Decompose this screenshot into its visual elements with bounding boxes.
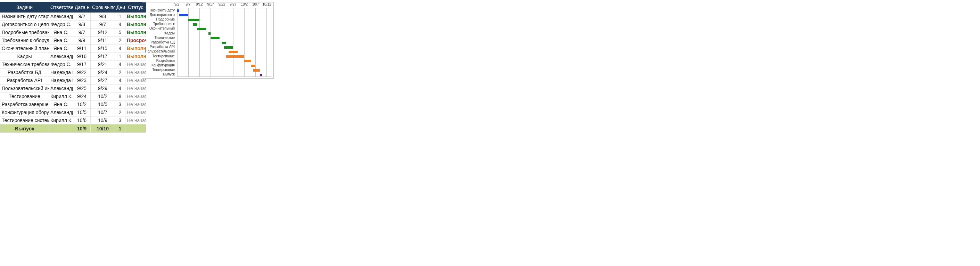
header-owner: Ответственное лицо [49,2,73,13]
cell-start: 10/9 [73,124,91,133]
gantt-bar [251,65,255,67]
cell-start: 9/23 [73,76,91,84]
cell-owner [49,124,73,133]
cell-end: 10/2 [91,92,115,100]
cell-task: Разработка БД [0,68,49,76]
gantt-bar [188,19,199,21]
cell-days: 4 [115,61,126,68]
cell-owner: Александр Б. [49,108,73,116]
cell-task: Выпуск [0,124,49,133]
cell-start: 9/11 [73,45,91,53]
gantt-tick: 10/2 [241,2,248,6]
gantt-tick: 9/7 [186,2,190,6]
header-end: Срок выполнения [91,2,115,13]
header-days: Дни [115,2,126,13]
gantt-bar [260,74,262,76]
cell-start: 10/2 [73,100,91,108]
gantt-bar [229,51,238,53]
gantt-gridline [177,8,178,76]
cell-days: 1 [115,53,126,61]
gantt-tick: 9/12 [196,2,202,6]
page: Задачи Ответственное лицо Дата начала Ср… [0,0,546,135]
cell-owner: Надежда В. [49,68,73,76]
gantt-tick: 9/22 [218,2,225,6]
cell-start: 9/3 [73,21,91,29]
cell-task: Пользовательский интерфейс клиента [0,84,49,92]
table-row: ТестированиеКирилл К.9/2410/28Не начато [0,92,146,100]
gantt-gridline [210,8,211,76]
cell-owner: Яна С. [49,37,73,45]
gantt-row-label: Разработка БД [142,40,176,45]
gantt-tick: 9/2 [174,2,179,6]
table-row: Окончательный план ресурсовЯна С.9/119/1… [0,45,146,53]
cell-end: 10/9 [91,116,115,124]
cell-end: 9/21 [91,61,115,68]
cell-task: Кадры [0,53,49,61]
gantt-row-label: Тестирование [142,54,176,59]
cell-start: 9/22 [73,68,91,76]
cell-task: Назначить дату стартового совещания [0,13,49,21]
table-row: Пользовательский интерфейс клиентаАлекса… [0,84,146,92]
cell-start: 9/9 [73,37,91,45]
cell-end: 9/24 [91,68,115,76]
cell-start: 10/6 [73,116,91,124]
cell-task: Конфигурация оборудования [0,108,49,116]
cell-status: Не начато [126,92,146,100]
gantt-gridline [233,8,234,76]
cell-start: 9/24 [73,92,91,100]
cell-end: 9/17 [91,53,115,61]
table-row: Конфигурация оборудованияАлександр Б.10/… [0,108,146,116]
cell-days: 4 [115,76,126,84]
gantt-row-label: Договориться о целях [142,13,176,17]
gantt-row-label: Пользовательский интерфейс клиента [142,49,176,54]
cell-days: 2 [115,37,126,45]
table-row: КадрыАлександр Б.9/169/171Выполняется [0,53,146,61]
gantt-row-label: Окончательный план ресурсов [142,26,176,30]
gantt-gridline [255,8,256,76]
cell-end: 9/27 [91,76,115,84]
cell-status [126,124,146,133]
gantt-bar [226,55,244,58]
cell-end: 9/29 [91,84,115,92]
table-row: Требования к оборудованиюЯна С.9/99/112П… [0,37,146,45]
gantt-plot-area [177,8,271,77]
table-row: Разработка APIНадежда В.9/239/274Не нача… [0,76,146,84]
cell-start: 9/25 [73,84,91,92]
header-start: Дата начала [73,2,91,13]
cell-task: Разработка завершена [0,100,49,108]
gantt-row-label: Разработка API [142,45,176,49]
cell-task: Окончательный план ресурсов [0,45,49,53]
cell-owner: Фёдор С. [49,21,73,29]
gantt-bar [253,69,260,72]
cell-status: Не начато [126,100,146,108]
cell-status: Не начато [126,116,146,124]
cell-status: Не начато [126,84,146,92]
table-row: Назначить дату стартового совещанияАлекс… [0,13,146,21]
gantt-row-label: Тестирование системы [142,68,176,72]
gantt-bar [210,37,220,39]
cell-owner: Александр Б. [49,13,73,21]
cell-status: Не начато [126,108,146,116]
cell-start: 9/16 [73,53,91,61]
gantt-bar [224,46,233,49]
gantt-bar [197,28,206,30]
cell-days: 2 [115,68,126,76]
table-row: Подробные требованияЯна С.9/79/125Выполн… [0,29,146,37]
gantt-bar [222,42,226,44]
cell-start: 10/5 [73,108,91,116]
gantt-tick: 9/17 [207,2,214,6]
cell-days: 4 [115,84,126,92]
table-row: Договориться о целяхФёдор С.9/39/74Выпол… [0,21,146,29]
gantt-row-label: Кадры [142,31,176,35]
cell-owner: Кирилл К. [49,116,73,124]
gantt-gridline [266,8,267,76]
cell-days: 4 [115,45,126,53]
task-table-header-row: Задачи Ответственное лицо Дата начала Ср… [0,2,146,13]
cell-task: Разработка API [0,76,49,84]
cell-days: 5 [115,29,126,37]
gantt-gridline [199,8,200,76]
gantt-tick: 10/12 [262,2,271,6]
cell-end: 9/15 [91,45,115,53]
cell-owner: Яна С. [49,45,73,53]
gantt-row-label: Назначить дату стартового совещания [142,8,176,13]
